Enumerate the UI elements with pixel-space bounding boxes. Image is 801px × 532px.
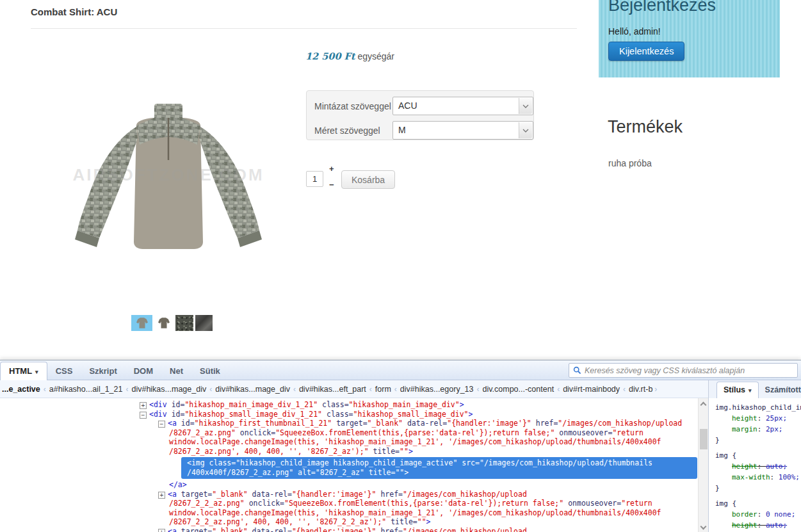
breadcrumb-item[interactable]: form — [375, 385, 391, 394]
breadcrumb-separator-icon: ‹ — [125, 385, 128, 394]
css-rule-close: } — [715, 435, 801, 446]
breadcrumb-separator-icon: ‹ — [293, 385, 296, 394]
breadcrumb-item[interactable]: div#hikas...eft_part — [299, 385, 366, 394]
code-line[interactable]: −<a id="hikashop_first_thumbnail_1_21" t… — [0, 419, 698, 428]
code-line[interactable]: /8267_2_az.png', 400, 400, '', '8267_2_a… — [0, 447, 698, 456]
size-select[interactable]: M — [392, 121, 533, 140]
devtools-panel: HTML▾CSSSzkriptDOMNetSütik ...e_active‹a… — [0, 360, 801, 532]
breadcrumb-separator-icon: ‹ — [369, 385, 372, 394]
css-property[interactable]: max-width: 100%; — [715, 472, 801, 483]
option-row-pattern: Mintázat szöveggelACU — [314, 97, 533, 115]
option-row-size: Méret szöveggelM — [314, 121, 533, 140]
thumbnail-back[interactable] — [154, 315, 174, 331]
collapse-icon[interactable]: − — [140, 412, 147, 419]
breadcrumb-separator-icon: ‹ — [44, 385, 46, 394]
side-tab-stílus[interactable]: Stílus▾ — [716, 382, 759, 398]
css-property[interactable]: height: auto; — [715, 461, 801, 472]
quantity-decrease-icon[interactable]: − — [329, 180, 334, 189]
devtools-tab-html[interactable]: HTML▾ — [0, 362, 47, 380]
devtools-tab-css[interactable]: CSS — [47, 362, 81, 380]
login-box: Bejelentkezés Helló, admin! Kijelentkezé… — [599, 0, 780, 77]
css-property[interactable]: margin: 2px; — [715, 424, 801, 435]
code-line[interactable]: −<div id="hikashop_small_image_div_1_21"… — [0, 410, 698, 419]
breadcrumb-item[interactable]: div#hikas...mage_div — [215, 385, 290, 394]
title-divider — [31, 28, 577, 29]
code-line[interactable]: </a> — [0, 480, 698, 490]
css-selector[interactable]: img { — [715, 498, 801, 509]
css-selector[interactable]: img { — [715, 450, 801, 461]
logout-button[interactable]: Kijelentkezés — [608, 42, 684, 61]
code-line[interactable]: +<a target="_blank" data-rel="{handler:'… — [0, 527, 698, 532]
css-property[interactable]: height: auto; — [715, 520, 801, 531]
code-scrollbar[interactable] — [698, 398, 708, 532]
product-options-box: Mintázat szöveggelACUMéret szöveggelM — [306, 90, 534, 140]
breadcrumb-item[interactable]: ...e_active — [2, 385, 40, 394]
chevron-down-icon[interactable] — [519, 98, 532, 114]
scrollbar-thumb[interactable] — [700, 429, 708, 449]
chevron-down-icon[interactable] — [519, 122, 532, 138]
thumbnail-strip — [131, 315, 214, 331]
breadcrumb-item[interactable]: div.rt-b — [629, 385, 652, 394]
dropdown-caret-icon: ▾ — [35, 369, 38, 375]
add-to-cart-button[interactable]: Kosárba — [341, 170, 395, 189]
selected-node-highlight[interactable]: <img class="hikashop_child_image hikasho… — [181, 457, 697, 479]
css-rule-close: } — [715, 483, 801, 494]
sidebar-item-ruha-proba[interactable]: ruha próba — [608, 158, 652, 168]
quantity-increase-icon[interactable]: + — [329, 164, 334, 173]
expand-icon[interactable]: + — [158, 492, 165, 499]
code-line[interactable]: window.localPage.changeImage(this, 'hika… — [0, 508, 698, 518]
page-title: Combat Shirt: ACU — [31, 6, 117, 17]
breadcrumb-item[interactable]: div#hikas...egory_13 — [400, 385, 474, 394]
thumbnail-front-active[interactable] — [131, 315, 152, 331]
devtools-tab-sütik[interactable]: Sütik — [191, 362, 229, 380]
css-property[interactable]: border: 0 none; — [715, 509, 801, 520]
css-property[interactable]: height: 25px; — [715, 413, 801, 424]
thumbnail-fabric-dark[interactable] — [195, 315, 213, 331]
product-price: 12 500 Ft — [305, 51, 355, 61]
breadcrumb-separator-icon: ‹ — [477, 385, 480, 394]
scroll-down-icon[interactable] — [701, 525, 706, 530]
price-line: 12 500 Ft egységár — [305, 51, 394, 61]
expand-icon[interactable]: + — [140, 402, 147, 409]
expand-icon[interactable]: + — [158, 529, 165, 532]
breadcrumb-separator-icon: ‹ — [209, 385, 212, 394]
element-breadcrumb: ...e_active‹a#hikasho...ail_1_21‹div#hik… — [0, 380, 708, 398]
css-rule: img.hikashop_child_image {height: 25px;m… — [715, 402, 801, 446]
breadcrumb-separator-icon: ‹ — [557, 385, 560, 394]
devtools-body: +<div id="hikashop_main_image_div_1_21" … — [0, 398, 708, 532]
code-line[interactable]: /8267_2_az.png" onclick="SqueezeBox.from… — [0, 428, 698, 438]
option-label-pattern: Mintázat szöveggel — [314, 101, 392, 111]
devtools-search-input[interactable] — [585, 366, 793, 375]
code-panel: +<div id="hikashop_main_image_div_1_21" … — [0, 398, 698, 532]
pattern-select[interactable]: ACU — [392, 97, 533, 115]
scroll-up-icon[interactable] — [701, 401, 706, 406]
breadcrumb-overflow-icon[interactable]: › — [654, 385, 657, 394]
breadcrumb-separator-icon: ‹ — [623, 385, 626, 394]
breadcrumb-item[interactable]: div.compo...-content — [483, 385, 554, 394]
breadcrumb-item[interactable]: div#rt-mainbody — [563, 385, 620, 394]
devtools-toolbar: HTML▾CSSSzkriptDOMNetSütik — [0, 360, 801, 380]
dropdown-caret-icon: ▾ — [748, 387, 752, 394]
thumbnail-camo-pattern[interactable] — [175, 315, 193, 331]
style-rules-panel: img.hikashop_child_image {height: 25px;m… — [708, 398, 801, 532]
code-line[interactable]: window.localPage.changeImage(this, 'hika… — [0, 437, 698, 447]
code-line[interactable]: +<div id="hikashop_main_image_div_1_21" … — [0, 400, 698, 410]
css-selector[interactable]: img.hikashop_child_image { — [715, 402, 801, 413]
code-line[interactable]: /8267_2_2_az.png', 400, 400, '', '8267_2… — [0, 517, 698, 527]
collapse-icon[interactable]: − — [158, 421, 165, 428]
side-tab-számított[interactable]: Számított — [759, 382, 801, 398]
devtools-tab-dom[interactable]: DOM — [125, 362, 161, 380]
code-line[interactable]: /8267_2_2_az.png" onclick="SqueezeBox.fr… — [0, 499, 698, 508]
devtools-search-box — [569, 363, 798, 378]
breadcrumb-item[interactable]: div#hikas...mage_div — [131, 385, 206, 394]
code-line[interactable]: +<a target="_blank" data-rel="{handler:'… — [0, 490, 698, 499]
product-image: AIRSOFTZONE.COM — [40, 88, 296, 266]
breadcrumb-item[interactable]: a#hikasho...ail_1_21 — [49, 385, 123, 394]
devtools-tab-szkript[interactable]: Szkript — [81, 362, 125, 380]
style-panel-tabs: Stílus▾Számított — [708, 380, 801, 398]
devtools-tab-net[interactable]: Net — [161, 362, 191, 380]
quantity-input[interactable] — [306, 171, 323, 187]
search-icon — [573, 366, 581, 375]
login-greeting: Helló, admin! — [608, 26, 770, 36]
option-label-size: Méret szöveggel — [314, 125, 392, 136]
